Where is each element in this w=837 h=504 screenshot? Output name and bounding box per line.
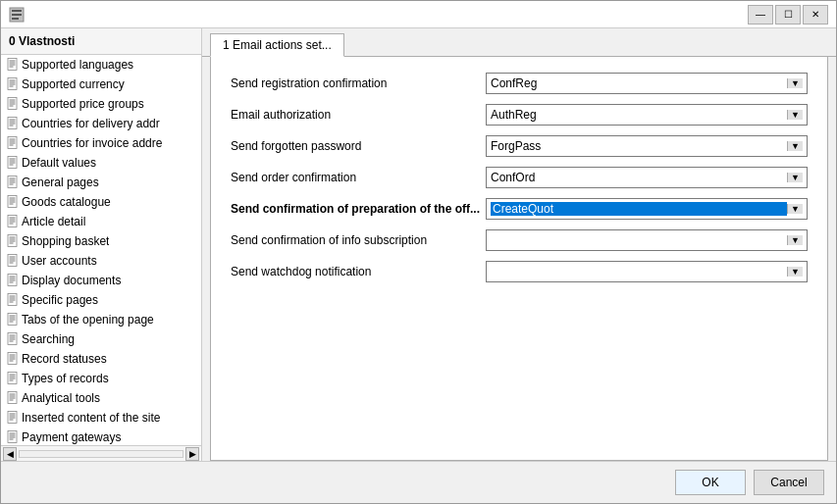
sidebar-item-label: Goods catalogue xyxy=(22,195,111,209)
sidebar-header: 0 Vlastnosti xyxy=(1,28,201,55)
doc-icon xyxy=(7,352,18,367)
svg-rect-84 xyxy=(8,372,17,383)
dropdown-arrow-icon[interactable]: ▼ xyxy=(787,141,803,151)
form-select-offer-confirm[interactable]: CreateQuot▼ xyxy=(486,198,808,220)
form-area: Send registration confirmationConfReg▼Em… xyxy=(210,57,828,461)
form-label-order-confirm: Send order confirmation xyxy=(231,171,486,184)
svg-rect-44 xyxy=(8,215,17,227)
sidebar-item-label: Searching xyxy=(22,332,75,346)
doc-icon xyxy=(7,136,18,151)
dropdown-arrow-icon[interactable]: ▼ xyxy=(787,110,803,120)
hscroll-left-button[interactable]: ◀ xyxy=(3,447,17,461)
sidebar-item-types-of-records[interactable]: Types of records xyxy=(1,369,201,388)
form-select-info-subscription[interactable]: ▼ xyxy=(486,229,808,251)
content-area: 0 Vlastnosti Supported languages Support… xyxy=(1,28,836,461)
form-select-value-reg-confirm: ConfReg xyxy=(491,76,787,90)
sidebar-item-label: Countries for invoice addre xyxy=(22,136,162,150)
sidebar-item-record-statuses[interactable]: Record statuses xyxy=(1,349,201,369)
sidebar: 0 Vlastnosti Supported languages Support… xyxy=(1,28,202,461)
ok-button[interactable]: OK xyxy=(675,470,746,495)
sidebar-item-general-pages[interactable]: General pages xyxy=(1,173,201,192)
doc-icon xyxy=(7,313,18,328)
doc-icon xyxy=(7,77,18,92)
hscroll-track[interactable] xyxy=(19,450,183,458)
sidebar-item-tabs-opening-page[interactable]: Tabs of the opening page xyxy=(1,310,201,329)
doc-icon xyxy=(7,274,18,288)
doc-icon xyxy=(7,254,18,269)
form-select-watchdog[interactable]: ▼ xyxy=(486,261,808,282)
doc-icon xyxy=(7,234,18,249)
maximize-button[interactable]: ☐ xyxy=(775,5,801,25)
form-select-email-auth[interactable]: AuthReg▼ xyxy=(486,104,808,126)
hscroll-right-button[interactable]: ▶ xyxy=(185,447,199,461)
svg-rect-59 xyxy=(8,274,17,285)
sidebar-item-countries-delivery[interactable]: Countries for delivery addr xyxy=(1,114,201,133)
svg-rect-19 xyxy=(8,117,17,128)
dropdown-arrow-icon[interactable]: ▼ xyxy=(787,173,803,182)
main-window: — ☐ ✕ 0 Vlastnosti Supported languages S… xyxy=(0,0,837,504)
sidebar-item-analytical-tools[interactable]: Analytical tools xyxy=(1,388,201,408)
sidebar-item-label: Supported currency xyxy=(22,77,125,91)
form-select-forgot-pass[interactable]: ForgPass▼ xyxy=(486,135,808,157)
form-select-reg-confirm[interactable]: ConfReg▼ xyxy=(486,73,808,94)
sidebar-list[interactable]: Supported languages Supported currency S… xyxy=(1,55,201,445)
sidebar-item-supported-price-groups[interactable]: Supported price groups xyxy=(1,94,201,114)
form-row-reg-confirm: Send registration confirmationConfReg▼ xyxy=(231,73,808,94)
title-bar-left xyxy=(9,7,25,23)
tab-tab1[interactable]: 1 Email actions set... xyxy=(210,33,344,57)
sidebar-item-label: Inserted content of the site xyxy=(22,411,160,425)
sidebar-item-label: Analytical tools xyxy=(22,391,100,405)
dropdown-arrow-icon[interactable]: ▼ xyxy=(787,267,803,277)
form-row-watchdog: Send watchdog notification▼ xyxy=(231,261,808,282)
svg-rect-4 xyxy=(8,58,17,70)
svg-rect-2 xyxy=(12,14,22,16)
form-select-value-forgot-pass: ForgPass xyxy=(491,139,787,153)
form-label-info-subscription: Send confirmation of info subscription xyxy=(231,233,486,247)
doc-icon xyxy=(7,332,18,347)
dropdown-arrow-icon[interactable]: ▼ xyxy=(787,235,803,245)
main-panel: 1 Email actions set... Send registration… xyxy=(202,28,836,461)
svg-rect-1 xyxy=(12,10,22,12)
sidebar-item-goods-catalogue[interactable]: Goods catalogue xyxy=(1,192,201,212)
doc-icon xyxy=(7,215,18,229)
sidebar-scrollbar-area: ◀ ▶ xyxy=(1,445,201,461)
form-label-watchdog: Send watchdog notification xyxy=(231,265,486,278)
sidebar-item-display-documents[interactable]: Display documents xyxy=(1,271,201,290)
sidebar-item-label: Shopping basket xyxy=(22,234,109,248)
dropdown-arrow-icon[interactable]: ▼ xyxy=(787,78,803,88)
form-row-order-confirm: Send order confirmationConfOrd▼ xyxy=(231,167,808,188)
sidebar-item-supported-languages[interactable]: Supported languages xyxy=(1,55,201,75)
cancel-button[interactable]: Cancel xyxy=(754,470,824,495)
sidebar-hscroll: ◀ ▶ xyxy=(1,447,201,461)
svg-rect-9 xyxy=(8,77,17,89)
form-row-email-auth: Email authorizationAuthReg▼ xyxy=(231,104,808,126)
bottom-bar: OK Cancel xyxy=(1,461,836,503)
sidebar-item-label: General pages xyxy=(22,176,99,189)
svg-rect-24 xyxy=(8,136,17,148)
sidebar-item-supported-currency[interactable]: Supported currency xyxy=(1,75,201,94)
close-button[interactable]: ✕ xyxy=(803,5,828,25)
sidebar-item-searching[interactable]: Searching xyxy=(1,329,201,349)
sidebar-item-label: Supported price groups xyxy=(22,97,144,111)
sidebar-item-payment-gateways[interactable]: Payment gateways xyxy=(1,428,201,445)
form-select-order-confirm[interactable]: ConfOrd▼ xyxy=(486,167,808,188)
sidebar-item-label: Tabs of the opening page xyxy=(22,313,154,327)
sidebar-item-countries-invoice[interactable]: Countries for invoice addre xyxy=(1,133,201,153)
sidebar-item-shopping-basket[interactable]: Shopping basket xyxy=(1,231,201,251)
sidebar-item-label: Specific pages xyxy=(22,293,98,307)
minimize-button[interactable]: — xyxy=(748,5,773,25)
sidebar-item-article-detail[interactable]: Article detail xyxy=(1,212,201,231)
form-select-value-offer-confirm: CreateQuot xyxy=(491,202,787,216)
doc-icon xyxy=(7,156,18,171)
sidebar-item-specific-pages[interactable]: Specific pages xyxy=(1,290,201,310)
doc-icon xyxy=(7,411,18,426)
svg-rect-39 xyxy=(8,195,17,207)
svg-rect-14 xyxy=(8,97,17,109)
sidebar-item-inserted-content[interactable]: Inserted content of the site xyxy=(1,408,201,428)
form-label-reg-confirm: Send registration confirmation xyxy=(231,76,486,90)
svg-rect-3 xyxy=(12,18,19,20)
dropdown-arrow-icon[interactable]: ▼ xyxy=(787,204,803,214)
svg-rect-89 xyxy=(8,391,17,403)
sidebar-item-default-values[interactable]: Default values xyxy=(1,153,201,173)
sidebar-item-user-accounts[interactable]: User accounts xyxy=(1,251,201,271)
